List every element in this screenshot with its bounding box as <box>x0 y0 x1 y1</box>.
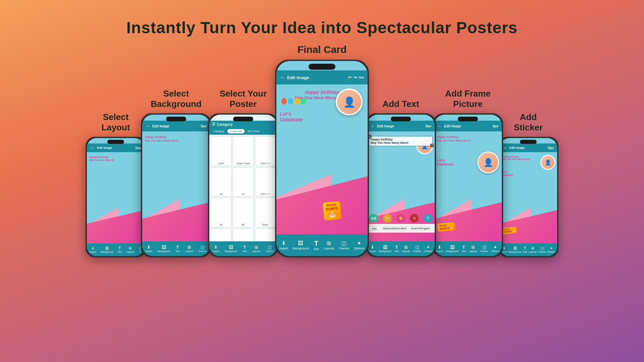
font-toolbar: ...vilya... MaiandraGDDemiBold DreamPotP… <box>367 224 435 233</box>
sticker-bday-frame: B'DAYBUMPS 🎂 <box>437 222 455 232</box>
save-button-frame[interactable]: Sav <box>492 124 498 128</box>
edit-button[interactable]: T <box>424 214 432 223</box>
tb-frames-bg[interactable]: ◫Frames <box>199 245 207 252</box>
poster-ledger[interactable]: Ledger Paper <box>233 136 253 166</box>
bottom-toolbar-bg: ⬇Import 🖼Background TText ⊞Layouts ◫Fram… <box>142 241 210 256</box>
tb-import-p[interactable]: ⬇Import <box>213 245 219 252</box>
back-icon-bg[interactable]: ← <box>146 123 150 129</box>
topbar-title-sticker: Edit Image <box>509 146 525 149</box>
tb-background-final[interactable]: 🖼Background <box>292 241 309 250</box>
tb-frames-final[interactable]: ◫Frames <box>339 241 349 250</box>
frame-photo[interactable]: 👤 <box>477 152 499 173</box>
phone-poster-label: Select YourPoster <box>220 88 267 109</box>
poster-b4[interactable]: B4 <box>211 198 231 227</box>
save-button[interactable]: Sav <box>135 146 141 150</box>
tb-layouts-t[interactable]: ⊞Layouts <box>402 245 410 252</box>
card-area: Happy birthday May You Have Many More! 👤 <box>276 84 368 243</box>
tb-layouts-p[interactable]: ⊞Layouts <box>252 245 261 252</box>
phone-final-topbar: ← Edit Image ↩ ↪ Sav <box>276 70 368 84</box>
tb-text-s[interactable]: TText <box>523 247 527 253</box>
balloon-yellow <box>294 98 300 105</box>
phone-sticker: ← Edit Image Sav Happy birthdayMay You H… <box>498 137 558 257</box>
notch <box>107 140 124 144</box>
bottom-toolbar-poster: ⬇Import 🖼Background TText ⊞Layouts ◫Fram… <box>209 241 277 256</box>
poster-1280x2[interactable]: 1280 X 2 <box>255 136 275 166</box>
back-icon-final[interactable]: ← <box>280 74 285 80</box>
font-chip-3[interactable]: DreamPotPuppies <box>409 227 432 230</box>
rotate-button[interactable]: ↻ <box>383 214 392 223</box>
tb-text-bg[interactable]: TText <box>175 245 180 252</box>
save-button-final[interactable]: Sav <box>359 76 364 79</box>
undo-icon[interactable]: ↩ <box>348 75 352 80</box>
back-icon-text[interactable]: ← <box>370 123 375 129</box>
size-button[interactable]: AA <box>369 214 378 223</box>
tb-import-bg[interactable]: ⬇Import <box>146 245 152 252</box>
tb-stickers-final[interactable]: ✦Stickers <box>354 241 365 250</box>
tb-frames-s[interactable]: ◫Frames <box>538 247 546 253</box>
photo-circle-sticker: 👤 <box>540 155 555 170</box>
poster-stand[interactable]: Stand <box>255 198 275 227</box>
tb-background-s[interactable]: 🖼Background <box>509 247 521 253</box>
save-button-sticker[interactable]: Sav <box>548 146 554 150</box>
tb-stickers-f[interactable]: ✦Stickers <box>491 245 500 252</box>
phone-poster: ☰ Category Category Creat Own My Creati … <box>208 113 278 257</box>
tb-background[interactable]: 🖼Background <box>101 247 113 253</box>
poster-1280x1[interactable]: 1280 X 1 <box>255 167 275 197</box>
tb-frames-f[interactable]: ◫Frames <box>480 245 488 252</box>
tab-my-creations[interactable]: My Creati <box>246 129 261 133</box>
hamburger-icon[interactable]: ☰ <box>212 122 215 126</box>
tb-layouts-bg[interactable]: ⊞Layouts <box>185 245 194 252</box>
tb-layouts-f[interactable]: ⊞Layouts <box>469 245 477 252</box>
tb-stickers-t[interactable]: ✦Stickers <box>424 245 433 252</box>
tb-layouts-final[interactable]: ⊞Layouts <box>324 241 334 250</box>
tb-layouts[interactable]: ⊞Layouts <box>126 247 135 253</box>
tb-text-t[interactable]: TText <box>394 245 399 252</box>
phone-background-screen: ← Edit Image Sav Happy birthdayMay You H… <box>142 115 210 256</box>
redo-icon[interactable]: ↪ <box>354 75 357 80</box>
text-resize-icon[interactable]: ↗ <box>430 143 434 147</box>
bottom-toolbar-sticker: ⬇Import 🖼Background TText ⊞Layouts ◫Fram… <box>499 243 557 256</box>
tab-creat-own[interactable]: Creat Own <box>227 129 244 133</box>
tab-category[interactable]: Category <box>211 129 226 133</box>
phone-text-screen: ← Edit Image Sav × Happy birthdayMay You… <box>367 115 435 256</box>
photo-circle-final[interactable]: 👤 <box>336 88 363 115</box>
phone-layout-topbar: ← Edit Image Sav <box>87 143 145 152</box>
color-button[interactable]: 🎨 <box>396 214 405 223</box>
tb-text-p[interactable]: TText <box>243 245 247 252</box>
text-edit-box[interactable]: × Happy birthdayMay You Have Many More! … <box>369 136 433 146</box>
topbar-title-frame: Edit Image <box>444 124 461 128</box>
save-button-text[interactable]: Sav <box>425 124 431 128</box>
hb-text-bg: Happy birthdayMay You Have Many More! <box>145 135 178 142</box>
tb-layouts-s[interactable]: ⊞Layouts <box>528 247 537 253</box>
back-icon-sticker[interactable]: ← <box>503 145 507 150</box>
tb-background-p[interactable]: 🖼Background <box>225 245 237 252</box>
tb-import-f[interactable]: ⬇Import <box>436 245 443 252</box>
tb-background-f[interactable]: 🖼Background <box>446 245 459 252</box>
back-icon-frame[interactable]: ← <box>437 123 442 129</box>
balloon-green <box>301 98 306 105</box>
delete-button[interactable]: ✕ <box>410 214 419 223</box>
tb-import-t[interactable]: ⬇Import <box>369 245 376 252</box>
poster-b5[interactable]: B5 <box>233 198 253 227</box>
save-button-bg[interactable]: Sav <box>201 124 207 128</box>
phone-final: ← Edit Image ↩ ↪ Sav <box>275 60 369 257</box>
tb-text-final[interactable]: TText <box>313 240 319 251</box>
poster-letter[interactable]: Letter <box>211 136 231 166</box>
poster-a3[interactable]: A3 <box>211 167 231 197</box>
font-chip-2[interactable]: MaiandraGDDemiBold <box>381 227 408 230</box>
tb-background-t[interactable]: 🖼Background <box>379 245 391 252</box>
tb-import-final[interactable]: ⬇Import <box>279 241 288 250</box>
tb-frames-t[interactable]: ◫Frames <box>413 245 421 252</box>
sticker-bday-sticker: B'DAYBUMPS 🎂 <box>502 227 517 234</box>
back-icon[interactable]: ← <box>90 145 95 150</box>
tb-background-bg[interactable]: 🖼Background <box>158 245 170 252</box>
poster-a4[interactable]: A4 <box>233 167 253 197</box>
tb-frames-p[interactable]: ◫Frames <box>266 245 274 252</box>
tb-text[interactable]: TText <box>117 247 122 253</box>
tb-stickers-s[interactable]: ✦Stickers <box>547 247 556 253</box>
tb-import[interactable]: ⬇Import <box>90 247 96 253</box>
tb-text-f[interactable]: TText <box>462 245 466 252</box>
phone-sticker-wrapper: AddSticker ← Edit Image Sav Happy birthd… <box>498 112 558 257</box>
font-chip-1[interactable]: ...vilya... <box>368 227 380 230</box>
bottom-toolbar-frame: ⬇Import 🖼Background TText ⊞Layouts ◫Fram… <box>434 241 502 256</box>
